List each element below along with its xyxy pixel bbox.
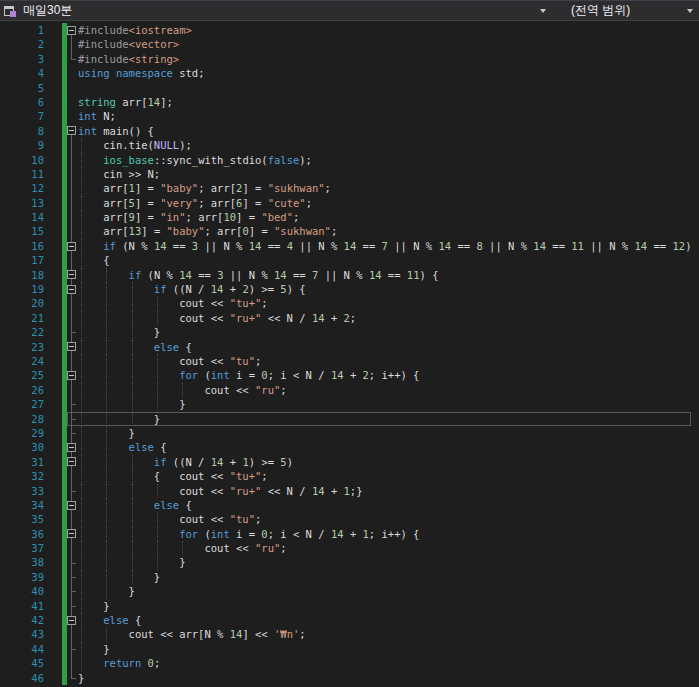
code-line[interactable]: 15 arr[13] = "baby"; arr[0] = "sukhwan";	[0, 224, 699, 238]
code-line[interactable]: 37 cout << "ru";	[0, 541, 699, 555]
code-text: }	[78, 397, 691, 411]
code-line[interactable]: 46}	[0, 671, 699, 685]
code-line[interactable]: 42 else {	[0, 613, 699, 627]
code-line[interactable]: 6string arr[14];	[0, 95, 699, 109]
code-line[interactable]: 7int N;	[0, 109, 699, 123]
collapse-toggle[interactable]	[67, 270, 76, 279]
line-main: else {	[67, 340, 691, 354]
code-line[interactable]: 24 cout << "tu";	[0, 354, 699, 368]
line-number: 40	[0, 584, 44, 598]
outline-end-tick	[71, 606, 76, 607]
code-line[interactable]: 9 cin.tie(NULL);	[0, 138, 699, 152]
code-text: }	[78, 426, 691, 440]
token: string	[78, 96, 116, 108]
token: ;	[280, 542, 286, 554]
code-line[interactable]: 29 }	[0, 426, 699, 440]
line-main: arr[1] = "baby"; arr[2] = "sukhwan";	[67, 181, 691, 195]
token: }	[78, 427, 135, 439]
collapse-toggle[interactable]	[67, 501, 76, 510]
code-line[interactable]: 44 }	[0, 642, 699, 656]
token: arr[	[78, 197, 129, 209]
code-line[interactable]: 27 }	[0, 397, 699, 411]
code-line[interactable]: 3#include<string>	[0, 52, 699, 66]
code-line[interactable]: 36 for (int i = 0; i < N / 14 + 1; i++) …	[0, 527, 699, 541]
code-line[interactable]: 22 }	[0, 325, 699, 339]
collapse-toggle[interactable]	[67, 126, 76, 135]
code-line[interactable]: 19 if ((N / 14 + 2) >= 5) {	[0, 282, 699, 296]
code-line[interactable]: 35 cout << "tu";	[0, 512, 699, 526]
code-line[interactable]: 41 }	[0, 599, 699, 613]
line-number: 1	[0, 23, 44, 37]
line-main: }	[67, 412, 691, 426]
token: 14	[331, 528, 344, 540]
gutter-gap	[44, 555, 62, 569]
collapse-toggle[interactable]	[67, 457, 76, 466]
code-line[interactable]: 32 { cout << "tu+";	[0, 469, 699, 483]
token: }	[78, 585, 135, 597]
code-line[interactable]: 23 else {	[0, 340, 699, 354]
line-main: #include<vector>	[67, 37, 691, 51]
token: ;	[299, 628, 305, 640]
outline-end-tick	[71, 591, 76, 592]
token	[78, 499, 154, 511]
code-line[interactable]: 8int main() {	[0, 124, 699, 138]
code-line[interactable]: 1#include<iostream>	[0, 23, 699, 37]
outlining-margin	[67, 555, 78, 569]
token: ; arr[	[198, 197, 236, 209]
collapse-toggle[interactable]	[67, 242, 76, 251]
code-line[interactable]: 38 }	[0, 555, 699, 569]
code-line[interactable]: 18 if (N % 14 == 3 || N % 14 == 7 || N %…	[0, 268, 699, 282]
code-line[interactable]: 45 return 0;	[0, 656, 699, 670]
code-line[interactable]: 12 arr[1] = "baby"; arr[2] = "sukhwan";	[0, 181, 699, 195]
code-line[interactable]: 30 else {	[0, 440, 699, 454]
chevron-down-icon	[540, 9, 546, 13]
line-main: #include<string>	[67, 52, 691, 66]
collapse-toggle[interactable]	[67, 616, 76, 625]
code-line[interactable]: 4using namespace std;	[0, 66, 699, 80]
line-main: cin.tie(NULL);	[67, 138, 691, 152]
outlining-margin	[67, 95, 78, 109]
code-line[interactable]: 11 cin >> N;	[0, 167, 699, 181]
code-line[interactable]: 31 if ((N / 14 + 1) >= 5)	[0, 455, 699, 469]
scope-dropdown-label: (전역 범위)	[571, 2, 630, 19]
gutter-gap	[44, 469, 62, 483]
outlining-margin	[67, 81, 78, 95]
collapse-toggle[interactable]	[67, 529, 76, 538]
code-line[interactable]: 25 for (int i = 0; i < N / 14 + 2; i++) …	[0, 368, 699, 382]
line-number: 18	[0, 268, 44, 282]
collapse-toggle[interactable]	[67, 26, 76, 35]
code-line[interactable]: 26 cout << "ru";	[0, 383, 699, 397]
token	[78, 456, 154, 468]
token: ] =	[135, 197, 160, 209]
code-line[interactable]: 17 {	[0, 253, 699, 267]
code-line[interactable]: 14 arr[9] = "in"; arr[10] = "bed";	[0, 210, 699, 224]
gutter-gap	[44, 37, 62, 51]
code-tokens: string arr[14];	[78, 96, 173, 108]
token: '₩n'	[274, 628, 299, 640]
code-line[interactable]: 43 cout << arr[N % 14] << '₩n';	[0, 627, 699, 641]
code-line[interactable]: 2#include<vector>	[0, 37, 699, 51]
outlining-margin	[67, 325, 78, 339]
project-dropdown[interactable]: 매일30분	[20, 1, 553, 20]
collapse-toggle[interactable]	[67, 371, 76, 380]
code-line[interactable]: 20 cout << "tu+";	[0, 296, 699, 310]
code-line[interactable]: 16 if (N % 14 == 3 || N % 14 == 4 || N %…	[0, 239, 699, 253]
code-line[interactable]: 39 }	[0, 570, 699, 584]
collapse-toggle[interactable]	[67, 342, 76, 351]
outline-line	[71, 196, 72, 210]
line-number: 20	[0, 296, 44, 310]
code-editor[interactable]: 1#include<iostream>2#include<vector>3#in…	[0, 21, 699, 685]
collapse-toggle[interactable]	[67, 443, 76, 452]
code-text: cin >> N;	[78, 167, 691, 181]
code-line[interactable]: 10 ios_base::sync_with_stdio(false);	[0, 153, 699, 167]
code-line[interactable]: 34 else {	[0, 498, 699, 512]
code-line[interactable]: 28 }	[0, 412, 699, 426]
code-line[interactable]: 21 cout << "ru+" << N / 14 + 2;	[0, 311, 699, 325]
collapse-toggle[interactable]	[67, 285, 76, 294]
scope-dropdown[interactable]: (전역 범위)	[553, 1, 699, 20]
code-line[interactable]: 33 cout << "ru+" << N / 14 + 1;}	[0, 484, 699, 498]
code-line[interactable]: 5	[0, 81, 699, 95]
code-line[interactable]: 40 }	[0, 584, 699, 598]
code-line[interactable]: 13 arr[5] = "very"; arr[6] = "cute";	[0, 196, 699, 210]
token: "ru"	[255, 384, 280, 396]
